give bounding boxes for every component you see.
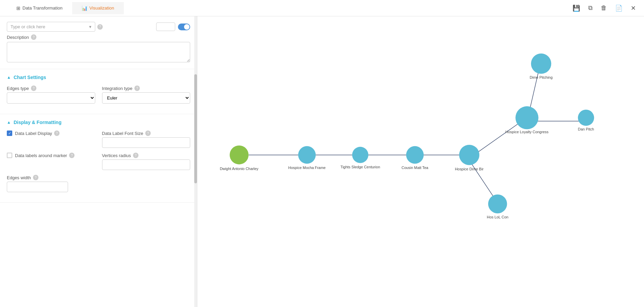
delete-icon: 🗑: [601, 4, 607, 12]
edges-width-group: Edges width ?: [7, 175, 190, 192]
data-label-display-checkbox[interactable]: ✓: [7, 131, 12, 136]
type-click-placeholder: Type or click here: [11, 24, 45, 29]
top-bar-actions: 💾 ⧉ 🗑 📄 ✕: [571, 3, 637, 13]
node-cousin-matt[interactable]: [406, 146, 424, 164]
data-transformation-icon: ⊞: [16, 5, 20, 11]
scrollbar-track: [194, 16, 197, 307]
data-label-font-size-label: Data Label Font Size ?: [102, 131, 191, 136]
graph-svg: Dwight Antonio Charley Hospice Mocha Fra…: [197, 16, 644, 307]
scrollbar-thumb[interactable]: [194, 74, 197, 183]
node-hospice-dime-bir[interactable]: [459, 145, 480, 165]
number-input-field[interactable]: [156, 22, 175, 31]
tab-data-transformation-label: Data Transformation: [22, 5, 63, 11]
node-hospice-loyalty[interactable]: [515, 106, 538, 129]
node-hospice-dime-bir-label: Hospice Dime Bir: [455, 167, 484, 171]
tab-data-transformation[interactable]: ⊞ Data Transformation: [7, 2, 72, 14]
data-label-display-text: Data Label Display: [15, 131, 52, 136]
edges-width-text: Edges width: [7, 175, 31, 180]
save-icon: 💾: [573, 4, 580, 12]
vertices-radius-help-icon[interactable]: ?: [133, 153, 138, 158]
data-label-row: ✓ Data Label Display ? Data Label Font S…: [7, 131, 190, 148]
chart-settings-chevron-icon: ▲: [7, 75, 11, 80]
delete-button[interactable]: 🗑: [599, 3, 608, 13]
edges-width-input[interactable]: [7, 182, 68, 192]
main-area: Type or click here ▾ ? Description: [0, 16, 644, 307]
toggle-area: [156, 22, 190, 31]
data-label-display-checkbox-row: ✓ Data Label Display ?: [7, 131, 95, 136]
chart-settings-header[interactable]: ▲ Chart Settings: [7, 75, 190, 80]
tab-visualization-label: Visualization: [89, 5, 114, 11]
node-hospice-mocha[interactable]: [298, 146, 316, 164]
node-dime-pitching-label: Dime Pitching: [530, 75, 552, 79]
vertices-radius-group: Vertices radius ?: [102, 153, 191, 170]
duplicate-icon: ⧉: [588, 4, 593, 12]
data-labels-around-text: Data labels around marker: [15, 153, 67, 158]
data-label-font-size-input[interactable]: [102, 137, 191, 148]
data-labels-around-checkbox[interactable]: [7, 153, 12, 158]
integration-type-select[interactable]: Euler Runge-Kutta Adams: [102, 92, 191, 104]
left-panel: Type or click here ▾ ? Description: [0, 16, 197, 307]
edges-type-help-icon[interactable]: ?: [31, 86, 36, 91]
description-text: Description: [7, 35, 29, 40]
data-labels-around-help-icon[interactable]: ?: [69, 153, 75, 158]
dropdown-chevron-icon: ▾: [89, 24, 92, 29]
data-labels-around-group: Data labels around marker ?: [7, 153, 95, 170]
node-dime-pitching[interactable]: [531, 53, 551, 74]
vertices-radius-input[interactable]: [102, 159, 191, 170]
export-button[interactable]: 📄: [614, 3, 624, 13]
chart-settings-form-row: Edges type ? Integration type ?: [7, 86, 190, 104]
integration-type-text: Integration type: [102, 86, 133, 91]
description-help-icon[interactable]: ?: [31, 34, 36, 40]
duplicate-button[interactable]: ⧉: [587, 3, 594, 13]
edges-type-label: Edges type ?: [7, 86, 95, 91]
edges-type-select[interactable]: [7, 92, 95, 104]
node-dwight[interactable]: [230, 145, 249, 165]
vertices-radius-text: Vertices radius: [102, 153, 131, 158]
display-formatting-section: ▲ Display & Formatting ✓ Data Label Disp…: [0, 114, 197, 203]
node-hos-lol[interactable]: [488, 195, 507, 214]
edges-type-text: Edges type: [7, 86, 29, 91]
node-tights-label: Tights Sledge Centurion: [341, 165, 380, 169]
edges-width-row: Edges width ?: [7, 175, 190, 192]
display-formatting-title: Display & Formatting: [14, 120, 62, 125]
right-panel: Dwight Antonio Charley Hospice Mocha Fra…: [197, 16, 644, 307]
data-labels-around-label: Data labels around marker ?: [15, 153, 75, 158]
data-labels-around-row: Data labels around marker ? Vertices rad…: [7, 153, 190, 170]
tab-visualization[interactable]: 📊 Visualization: [72, 2, 124, 14]
type-click-dropdown[interactable]: Type or click here ▾: [7, 22, 95, 32]
graph-area[interactable]: Dwight Antonio Charley Hospice Mocha Fra…: [197, 16, 644, 307]
description-textarea[interactable]: [7, 42, 190, 62]
top-bar: ⊞ Data Transformation 📊 Visualization 💾 …: [0, 0, 644, 16]
data-label-display-group: ✓ Data Label Display ?: [7, 131, 95, 148]
visualization-icon: 📊: [82, 5, 87, 11]
edges-width-label: Edges width ?: [7, 175, 190, 180]
dropdown-toggle-row: Type or click here ▾ ?: [7, 22, 190, 32]
close-icon: ✕: [631, 4, 636, 12]
data-label-font-size-group: Data Label Font Size ?: [102, 131, 191, 148]
node-tights[interactable]: [352, 147, 368, 163]
type-click-help-icon[interactable]: ?: [97, 24, 103, 30]
integration-type-group: Integration type ? Euler Runge-Kutta Ada…: [102, 86, 191, 104]
chart-settings-title: Chart Settings: [14, 75, 46, 80]
data-labels-around-checkbox-row: Data labels around marker ?: [7, 153, 95, 158]
node-dan-pitch[interactable]: [578, 110, 594, 126]
tab-group: ⊞ Data Transformation 📊 Visualization: [7, 2, 124, 14]
save-button[interactable]: 💾: [571, 3, 581, 13]
node-hos-lol-label: Hos LoL Con: [487, 215, 508, 219]
node-hospice-mocha-label: Hospice Mocha Frame: [288, 166, 326, 170]
integration-type-label: Integration type ?: [102, 86, 191, 91]
display-formatting-chevron-icon: ▲: [7, 120, 11, 125]
edges-width-help-icon[interactable]: ?: [33, 175, 38, 180]
checkbox-check-icon: ✓: [8, 131, 11, 136]
data-label-display-label: Data Label Display ?: [15, 131, 60, 136]
toggle-switch[interactable]: [178, 24, 190, 30]
node-dwight-label: Dwight Antonio Charley: [220, 167, 259, 171]
type-click-section: Type or click here ▾ ? Description: [0, 16, 197, 69]
data-label-display-help-icon[interactable]: ?: [54, 131, 60, 136]
data-label-font-size-text: Data Label Font Size: [102, 131, 143, 136]
data-label-font-size-help-icon[interactable]: ?: [145, 131, 151, 136]
chart-settings-section: ▲ Chart Settings Edges type ?: [0, 69, 197, 114]
display-formatting-header[interactable]: ▲ Display & Formatting: [7, 120, 190, 125]
integration-type-help-icon[interactable]: ?: [134, 86, 140, 91]
close-button[interactable]: ✕: [629, 3, 637, 13]
